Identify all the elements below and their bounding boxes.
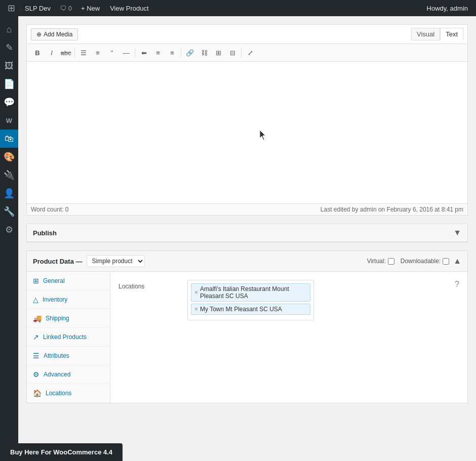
virtual-checkbox[interactable] <box>388 258 394 265</box>
advanced-icon: ⚙ <box>33 370 39 379</box>
sidebar-item-appearance[interactable]: 🎨 <box>0 148 18 166</box>
table-insert-button[interactable]: ⊟ <box>226 46 239 59</box>
buy-banner[interactable]: Buy Here For WooCommerce 4.4 <box>0 443 123 461</box>
toolbar-separator-2 <box>135 48 135 58</box>
linked-products-icon: ↗ <box>33 333 39 341</box>
attributes-icon: ☰ <box>33 352 39 360</box>
sidebar-item-woocommerce[interactable]: W <box>0 111 18 130</box>
editor-footer: Word count: 0 Last edited by admin on Fe… <box>27 203 467 215</box>
tab-visual[interactable]: Visual <box>411 28 440 40</box>
publish-title: Publish <box>33 229 57 237</box>
sidebar-item-users[interactable]: 👤 <box>0 184 18 202</box>
tab-shipping[interactable]: 🚚 Shipping <box>27 309 110 328</box>
howdy-user: Howdy, admin <box>423 5 472 12</box>
align-left-button[interactable]: ⬅ <box>137 46 150 59</box>
product-panel: Locations × Amalfi's Italian Restaurant … <box>110 272 467 403</box>
inventory-icon: △ <box>33 296 38 304</box>
publish-toggle-icon[interactable]: ▼ <box>453 228 461 237</box>
sidebar-item-tools[interactable]: 🔧 <box>0 202 18 221</box>
publish-box-header[interactable]: Publish ▼ <box>27 224 467 242</box>
tab-shipping-label: Shipping <box>46 315 69 322</box>
fullscreen-button[interactable]: ⤢ <box>244 46 257 59</box>
location-tag-1-text: Amalfi's Italian Restaurant Mount Pleasa… <box>200 285 307 300</box>
general-icon: ⊞ <box>33 277 39 285</box>
list-item: × Amalfi's Italian Restaurant Mount Plea… <box>191 283 310 302</box>
sidebar-item-comments[interactable]: 💬 <box>0 93 18 111</box>
remove-tag-2-button[interactable]: × <box>194 306 198 313</box>
product-data-header: Product Data — Simple product Virtual: D… <box>27 251 467 272</box>
sidebar-item-settings[interactable]: ⚙ <box>0 221 18 239</box>
editor-tabs: Visual Text <box>411 28 463 40</box>
word-count: Word count: 0 <box>31 206 68 213</box>
tab-locations-label: Locations <box>46 390 71 397</box>
sidebar-item-pages[interactable]: 📄 <box>0 75 18 93</box>
product-type-select[interactable]: Simple product <box>87 255 145 267</box>
sidebar-item-posts[interactable]: ✎ <box>0 38 18 57</box>
main-content: ⊕ Add Media Visual Text B I abc ☰ ≡ " — … <box>18 16 476 461</box>
downloadable-label[interactable]: Downloadable: <box>401 258 449 265</box>
link-button[interactable]: 🔗 <box>183 46 196 59</box>
editor-body[interactable] <box>27 62 467 203</box>
toolbar-separator-3 <box>181 48 181 58</box>
unordered-list-button[interactable]: ☰ <box>77 46 90 59</box>
shipping-icon: 🚚 <box>33 314 42 322</box>
list-item: × My Town Mt Pleasant SC USA <box>191 304 310 315</box>
tab-inventory[interactable]: △ Inventory <box>27 290 110 309</box>
tab-inventory-label: Inventory <box>43 296 67 303</box>
sidebar-item-dashboard[interactable]: ⌂ <box>0 20 18 38</box>
view-product-link[interactable]: View Product <box>106 5 152 12</box>
horizontal-rule-button[interactable]: — <box>120 46 133 59</box>
format-toolbar: B I abc ☰ ≡ " — ⬅ ≡ ≡ 🔗 ⛓ ⊞ ⊟ ⤢ <box>27 44 467 62</box>
tab-locations[interactable]: 🏠 Locations <box>27 384 110 403</box>
new-item-button[interactable]: + New <box>77 5 104 12</box>
tab-linked-products[interactable]: ↗ Linked Products <box>27 328 110 347</box>
sidebar: ⌂ ✎ 🖼 📄 💬 W 🛍 🎨 🔌 👤 🔧 ⚙ ◀ <box>0 16 18 461</box>
ordered-list-button[interactable]: ≡ <box>91 46 104 59</box>
strikethrough-button[interactable]: abc <box>59 46 72 59</box>
editor-media-toolbar: ⊕ Add Media Visual Text <box>27 25 467 44</box>
tab-general-label: General <box>43 277 65 284</box>
product-data-toggle-icon[interactable]: ▲ <box>453 257 461 266</box>
add-media-button[interactable]: ⊕ Add Media <box>31 28 78 40</box>
locations-label: Locations <box>118 280 179 290</box>
comments-icon[interactable]: 🗨 0 <box>57 5 75 12</box>
blockquote-button[interactable]: " <box>105 46 118 59</box>
location-tag-2-text: My Town Mt Pleasant SC USA <box>200 306 282 313</box>
product-data-content: ⊞ General △ Inventory 🚚 Shipping ↗ Linke… <box>27 272 467 403</box>
site-name[interactable]: SLP Dev <box>20 5 55 12</box>
tab-text[interactable]: Text <box>440 28 463 40</box>
sidebar-item-media[interactable]: 🖼 <box>0 57 18 75</box>
tab-attributes[interactable]: ☰ Attributes <box>27 347 110 365</box>
add-media-icon: ⊕ <box>36 31 42 38</box>
tab-linked-products-label: Linked Products <box>43 333 87 341</box>
wp-logo-icon[interactable]: ⊞ <box>4 1 18 15</box>
last-edited: Last edited by admin on February 6, 2016… <box>321 206 463 213</box>
product-tabs: ⊞ General △ Inventory 🚚 Shipping ↗ Linke… <box>27 272 110 403</box>
toolbar-separator-4 <box>241 48 242 58</box>
remove-tag-1-button[interactable]: × <box>194 289 198 296</box>
sidebar-item-plugins[interactable]: 🔌 <box>0 166 18 184</box>
admin-bar: ⊞ SLP Dev 🗨 0 + New View Product Howdy, … <box>0 0 476 16</box>
tab-advanced[interactable]: ⚙ Advanced <box>27 365 110 384</box>
table-button[interactable]: ⊞ <box>212 46 225 59</box>
product-data-box: Product Data — Simple product Virtual: D… <box>26 250 468 403</box>
product-data-title: Product Data — <box>33 258 83 265</box>
tab-advanced-label: Advanced <box>44 371 70 378</box>
locations-icon: 🏠 <box>33 389 42 397</box>
mouse-cursor-icon <box>260 130 268 141</box>
sidebar-item-products[interactable]: 🛍 <box>0 130 18 148</box>
italic-button[interactable]: I <box>45 46 58 59</box>
downloadable-checkbox[interactable] <box>443 258 449 265</box>
toolbar-separator-1 <box>74 48 75 58</box>
unlink-button[interactable]: ⛓ <box>197 46 211 59</box>
tab-general[interactable]: ⊞ General <box>27 272 110 290</box>
product-options: Virtual: Downloadable: <box>367 258 450 265</box>
bold-button[interactable]: B <box>31 46 44 59</box>
publish-box: Publish ▼ <box>26 224 468 242</box>
align-right-button[interactable]: ≡ <box>166 46 179 59</box>
align-center-button[interactable]: ≡ <box>151 46 165 59</box>
locations-tags[interactable]: × Amalfi's Italian Restaurant Mount Plea… <box>187 280 314 320</box>
help-icon[interactable]: ? <box>455 280 459 289</box>
virtual-label[interactable]: Virtual: <box>367 258 394 265</box>
editor-area: ⊕ Add Media Visual Text B I abc ☰ ≡ " — … <box>26 24 468 216</box>
